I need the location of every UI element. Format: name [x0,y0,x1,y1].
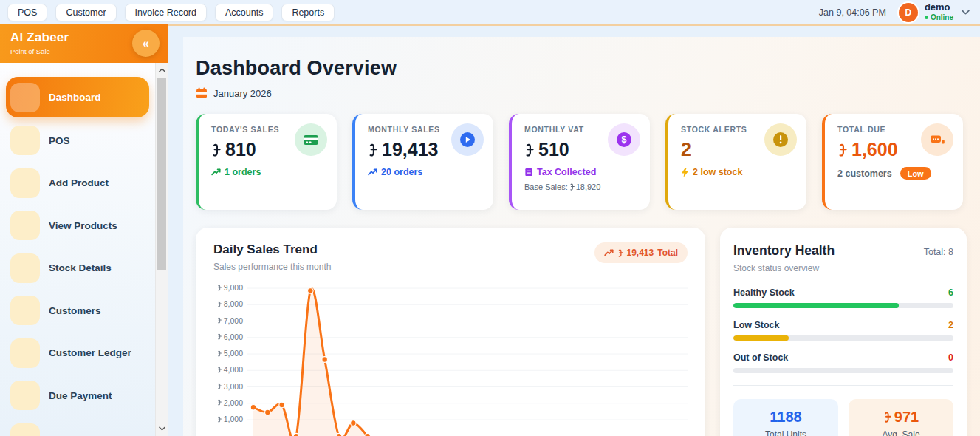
stat-amount: 1188 [770,409,801,426]
tab-customer[interactable]: Customer [55,4,116,21]
card-subtext: Tax Collected [524,167,641,177]
user-status: Online [925,13,953,22]
dollar-icon: $ [608,123,640,156]
sidebar-item-due-payment[interactable]: Due Payment [6,381,149,410]
taka-icon [217,350,222,357]
data-point [365,433,371,436]
main-area: Dashboard Overview January 2026 TODAY'S … [168,24,980,436]
customers-icon [10,296,40,325]
chart-title: Daily Sales Trend [213,242,331,257]
taka-icon [217,285,222,291]
inventory-health-card: Inventory Health Total: 8 Stock status o… [720,228,967,436]
user-name: demo [925,2,953,13]
taka-icon [217,367,222,373]
data-point [322,357,328,363]
y-axis-label: 9,000 [213,283,243,292]
sidebar-item-label: View Products [49,220,117,231]
stat-card-total-due: TOTAL DUE 1,600 2 customers Low [822,114,963,210]
total-units-stat: 1188 Total Units [733,399,838,436]
y-axis-label: 7,000 [213,316,243,325]
stat-card-monthly-vat: MONTHLY VAT $ 510 Tax Collected [509,114,650,210]
progress-track [733,335,953,341]
inventory-row-low: Low Stock 2 [733,320,953,341]
stat-label: Total Units [733,429,838,436]
top-navigation-bar: POS Customer Invoice Record Accounts Rep… [0,0,980,24]
play-icon [451,123,484,156]
taka-icon [883,412,891,423]
card-subtext: 2 low stock [681,167,798,177]
taka-icon [217,383,222,389]
row-label: Healthy Stock [733,287,795,298]
datetime-label: Jan 9, 04:06 PM [819,7,886,18]
tab-reports[interactable]: Reports [281,4,335,21]
sidebar-item-partial[interactable] [6,423,149,436]
tab-accounts[interactable]: Accounts [215,4,273,21]
trend-up-icon [604,249,614,256]
inventory-row-out: Out of Stock 0 [733,352,953,373]
data-point [308,288,314,294]
sidebar-item-add-product[interactable]: Add Product [6,168,149,198]
row-label: Out of Stock [733,352,788,363]
data-point [293,433,299,436]
sales-trend-plot [247,282,688,436]
tab-invoice-record[interactable]: Invoice Record [125,4,207,21]
trend-up-icon [368,168,377,176]
inventory-stats: 1188 Total Units 971 Avg. Sale [733,399,953,436]
sidebar-item-pos[interactable]: POS [6,126,149,155]
chart-subtitle: Sales performance this month [213,262,331,272]
sidebar-item-customer-ledger[interactable]: Customer Ledger [6,338,149,368]
stat-label: Avg. Sale [849,429,953,436]
inventory-row-healthy: Healthy Stock 6 [733,287,953,308]
card-sub-label: 2 customers [837,168,892,179]
sidebar-item-stock-details[interactable]: Stock Details [6,253,149,283]
progress-track [733,303,953,308]
pos-icon [10,126,40,155]
card-amount: 1,600 [851,140,898,159]
chevron-down-icon[interactable] [960,8,971,16]
wallet-icon [921,123,953,156]
scrollbar-thumb[interactable] [157,78,166,270]
card-subtext: 1 orders [211,167,328,177]
base-sales-label: Base Sales: [524,183,568,191]
tax-icon [524,168,533,177]
taka-icon [837,143,847,157]
taka-icon [617,249,623,257]
tab-pos[interactable]: POS [7,4,47,21]
taka-icon [217,416,222,423]
stat-cards-row: TODAY'S SALES 810 1 orders MONTHLY SALES [196,114,967,210]
sidebar-item-label: Add Product [49,177,109,188]
card-subtext: 20 orders [368,167,484,177]
sidebar-scrollbar[interactable] [155,63,168,436]
sidebar-header: Al Zabeer Point of Sale « [0,24,168,63]
taka-icon [217,317,222,324]
sidebar-item-label: POS [49,135,70,146]
sidebar-item-view-products[interactable]: View Products [6,211,149,240]
avatar[interactable]: D [899,3,918,22]
card-sub-label: 2 low stock [693,167,742,177]
credit-card-icon [295,123,327,156]
data-point [279,402,285,408]
menu-icon [10,423,40,436]
scroll-down-icon[interactable] [156,423,168,435]
stat-value: 1188 [733,409,838,426]
data-point [250,405,256,411]
inventory-title: Inventory Health [733,243,835,259]
sidebar-item-customers[interactable]: Customers [6,296,149,325]
progress-fill [733,303,899,308]
scroll-up-icon[interactable] [156,64,168,76]
user-info: demo Online [925,2,953,21]
card-subtext: 2 customers Low [837,167,954,180]
inventory-header: Inventory Health Total: 8 [733,243,953,259]
period-row: January 2026 [196,87,967,99]
customer-ledger-icon [10,338,40,368]
lightning-icon [681,168,689,177]
card-amount: 510 [538,140,569,159]
row-count: 6 [948,287,953,298]
stat-card-monthly-sales: MONTHLY SALES 19,413 20 orders [352,114,493,210]
sidebar-collapse-button[interactable]: « [132,30,160,57]
taka-icon [217,333,222,340]
sidebar-item-dashboard[interactable]: Dashboard [6,77,149,117]
top-tabs: POS Customer Invoice Record Accounts Rep… [0,4,335,21]
avg-sale-stat: 971 Avg. Sale [849,399,953,436]
divider [733,385,953,386]
